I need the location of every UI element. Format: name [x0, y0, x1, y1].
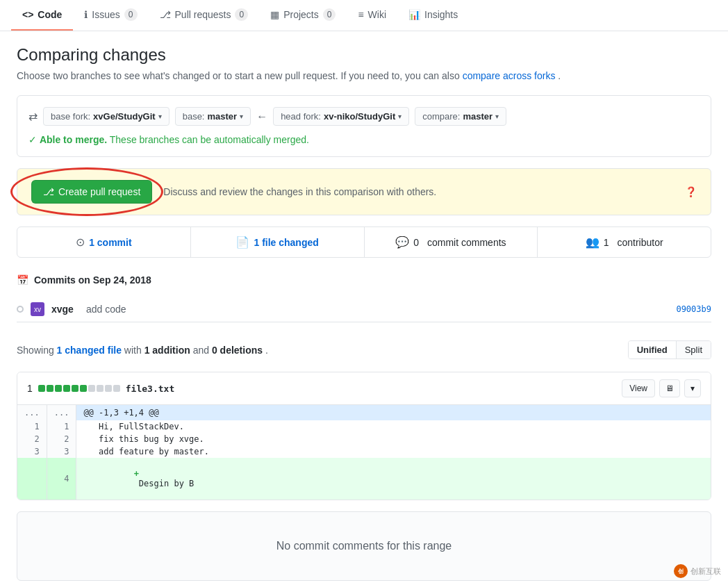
avatar: xv: [31, 302, 44, 316]
diff-hunk-header: ... ... @@ -1,3 +1,4 @@: [17, 405, 711, 420]
add-sign: +: [134, 469, 139, 479]
tab-issues[interactable]: ℹ Issues 0: [73, 0, 148, 31]
page-title: Comparing changes: [17, 45, 711, 65]
diff-block-filled-6: [80, 385, 87, 392]
no-comments-text: No commit comments for this range: [276, 540, 452, 552]
base-fork-selector[interactable]: base fork: xvGe/StudyGit ▾: [43, 107, 169, 126]
unified-view-button[interactable]: Unified: [629, 341, 677, 359]
view-toggle: Unified Split: [628, 340, 711, 359]
diff-block-empty-2: [97, 385, 104, 392]
no-commit-comments-box: No commit comments for this range: [17, 511, 711, 581]
chevron-down-icon: ▾: [690, 384, 695, 393]
head-fork-chevron: ▾: [398, 113, 402, 120]
monitor-icon: 🖥: [665, 384, 674, 393]
top-nav: <> Code ℹ Issues 0 ⎇ Pull requests 0 ▦ P…: [0, 0, 728, 31]
watermark-text: 创新互联: [690, 566, 721, 577]
table-row: 3 3 add feature by master.: [17, 445, 711, 458]
diff-line-content: Hi, FullStackDev.: [76, 420, 711, 433]
base-branch-selector[interactable]: base: master ▾: [175, 107, 251, 126]
diff-line-add-content: + Desgin by B: [76, 458, 711, 500]
new-line-num: 1: [47, 420, 76, 433]
diff-block-filled-5: [72, 385, 78, 392]
commit-sha-link[interactable]: 09003b9: [676, 304, 711, 314]
showing-text: Showing 1 changed file with 1 addition a…: [17, 345, 268, 356]
tab-wiki[interactable]: ≡ Wiki: [347, 0, 397, 31]
tab-code[interactable]: <> Code: [11, 0, 73, 31]
table-row: 4 + Desgin by B: [17, 458, 711, 500]
comments-icon: 💬: [395, 236, 409, 249]
diff-block-filled-3: [55, 385, 62, 392]
diff-block-filled-2: [47, 385, 53, 392]
showing-bar: Showing 1 changed file with 1 addition a…: [17, 333, 711, 366]
page-subtitle: Choose two branches to see what's change…: [17, 70, 711, 81]
commit-dot-icon: [17, 306, 24, 313]
diff-actions: View 🖥 ▾: [622, 379, 701, 397]
tab-projects[interactable]: ▦ Projects 0: [259, 0, 347, 31]
old-line-num: 3: [17, 445, 47, 458]
diff-file-info: 1 file3.txt: [27, 383, 174, 394]
head-fork-selector[interactable]: head fork: xv-niko/StudyGit ▾: [273, 107, 409, 126]
diff-line-content: fix this bug by xvge.: [76, 433, 711, 445]
commits-date-icon: 📅: [17, 274, 28, 286]
old-line-num: 1: [17, 420, 47, 433]
changed-files-link[interactable]: 1 changed file: [57, 345, 122, 356]
compare-row: ⇄ base fork: xvGe/StudyGit ▾ base: maste…: [28, 107, 700, 126]
compare-branch-chevron: ▾: [495, 113, 499, 120]
diff-file-number: 1: [27, 383, 33, 394]
commits-icon: ⊙: [76, 236, 85, 249]
diff-file-blocks: [38, 385, 120, 392]
diff-block-filled: [38, 385, 45, 392]
diff-block-empty: [88, 385, 95, 392]
help-icon[interactable]: ❓: [685, 186, 697, 197]
diff-expand-button[interactable]: ▾: [684, 379, 701, 397]
new-line-num-add: 4: [47, 458, 76, 500]
hunk-dots-left: ...: [17, 405, 47, 420]
files-link[interactable]: 1 file changed: [254, 237, 318, 248]
file-icon: 📄: [235, 236, 249, 249]
base-branch-chevron: ▾: [240, 113, 243, 120]
code-icon: <>: [22, 9, 33, 20]
commit-row: xv xvge add code 09003b9: [17, 297, 711, 322]
diff-block-filled-4: [63, 385, 70, 392]
diff-line-content: add feature by master.: [76, 445, 711, 458]
stats-bar: ⊙ 1 commit 📄 1 file changed 💬 0 commit c…: [17, 226, 711, 258]
tab-pull-requests[interactable]: ⎇ Pull requests 0: [149, 0, 260, 31]
diff-table: ... ... @@ -1,3 +1,4 @@ 1 1 Hi, FullStac…: [17, 405, 711, 500]
base-fork-chevron: ▾: [158, 113, 162, 120]
insights-icon: 📊: [408, 9, 420, 20]
diff-block-empty-3: [105, 385, 112, 392]
compare-box: ⇄ base fork: xvGe/StudyGit ▾ base: maste…: [17, 95, 711, 157]
hunk-dots-right: ...: [47, 405, 76, 420]
pull-request-icon: ⎇: [160, 9, 171, 20]
stat-contributors: 👥 1 contributor: [538, 227, 711, 257]
new-line-num: 2: [47, 433, 76, 445]
tab-insights[interactable]: 📊 Insights: [397, 0, 469, 31]
commits-section: 📅 Commits on Sep 24, 2018 xv xvge add co…: [17, 269, 711, 322]
pr-icon: ⎇: [43, 186, 54, 197]
issues-icon: ℹ: [84, 9, 88, 20]
diff-monitor-button[interactable]: 🖥: [659, 379, 680, 397]
diff-block-empty-4: [113, 385, 120, 392]
pr-banner-description: Discuss and review the changes in this c…: [163, 186, 674, 197]
commit-message: add code: [86, 304, 670, 315]
commits-link[interactable]: 1 commit: [89, 237, 131, 248]
main-content: Comparing changes Choose two branches to…: [0, 31, 728, 585]
swap-icon: ⇄: [28, 110, 38, 123]
merge-status: ✓ Able to merge. These branches can be a…: [28, 134, 700, 145]
commits-date: 📅 Commits on Sep 24, 2018: [17, 269, 711, 291]
stat-comments: 💬 0 commit comments: [365, 227, 538, 257]
pr-banner: ⎇ Create pull request Discuss and review…: [17, 168, 711, 215]
projects-badge: 0: [323, 8, 336, 21]
wiki-icon: ≡: [358, 9, 363, 20]
compare-branch-selector[interactable]: compare: master ▾: [415, 107, 506, 126]
watermark-logo: 创: [674, 564, 688, 578]
new-line-num: 3: [47, 445, 76, 458]
stat-commits: ⊙ 1 commit: [17, 227, 191, 257]
create-pull-request-button[interactable]: ⎇ Create pull request: [31, 180, 152, 204]
watermark: 创 创新互联: [674, 564, 721, 578]
diff-view-button[interactable]: View: [622, 379, 655, 397]
stat-files: 📄 1 file changed: [191, 227, 365, 257]
compare-forks-link[interactable]: compare across forks: [463, 70, 556, 81]
pull-requests-badge: 0: [235, 8, 248, 21]
split-view-button[interactable]: Split: [677, 341, 711, 359]
